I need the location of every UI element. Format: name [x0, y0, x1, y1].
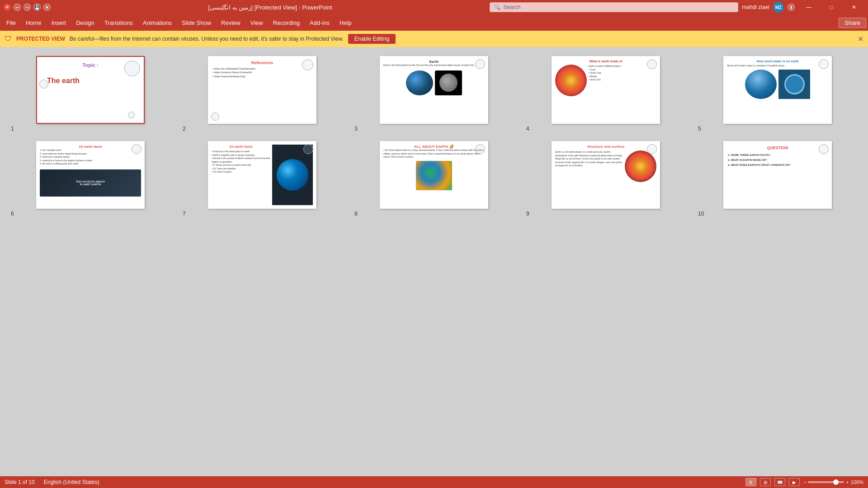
- slide-sorter-btn[interactable]: ⊞: [760, 478, 771, 486]
- slide-item-9[interactable]: Structure and surface Earth is a terrest…: [524, 141, 687, 217]
- slide-thumbnail-10[interactable]: QUESTION 1. NAME THREE EARTH FACTS? 2. W…: [723, 141, 832, 209]
- slide3-text: Earth is the third planet from the Sun a…: [383, 64, 485, 67]
- minimize-btn[interactable]: —: [798, 0, 819, 14]
- slide-info: Slide 1 of 10: [5, 479, 35, 485]
- zoom-out-btn[interactable]: −: [803, 479, 806, 485]
- slide10-q2: 2. WHAT IS EARTH MADE OF?: [728, 159, 827, 161]
- slide-thumbnail-6[interactable]: 10 earth facts 1- isn't actually round 2…: [36, 141, 145, 209]
- slide-item-2[interactable]: References • https://en.Wikipedia.Org/wi…: [181, 56, 344, 132]
- titlebar: P ↩ ↪ 💾 ▼ [زمین به انگلیسی] [Protected V…: [0, 0, 868, 14]
- slide3-earth-image: [406, 70, 433, 95]
- titlebar-center: [زمین به انگلیسی] [Protected View] - Pow…: [51, 4, 490, 11]
- slide-item-6[interactable]: 10 earth facts 1- isn't actually round 2…: [9, 141, 172, 217]
- menubar: File Home Insert Design Transitions Anim…: [0, 14, 868, 31]
- redo-btn[interactable]: ↪: [24, 4, 31, 11]
- menu-recording[interactable]: Recording: [269, 16, 304, 29]
- status-right: ☰ ⊞ 📖 ▶ − + 100%: [745, 478, 863, 486]
- slide-thumbnail-3[interactable]: Earth Earth is the third planet from the…: [380, 56, 488, 124]
- search-bar[interactable]: 🔍 Search: [490, 2, 738, 12]
- slide-thumbnail-8[interactable]: ALL ABOUT EARTH 🌈 • Our home planet eart…: [380, 141, 488, 209]
- slide9-structure-image: [625, 150, 656, 182]
- slide3-space-image: [435, 70, 462, 95]
- slide-number-7: 7: [181, 211, 186, 217]
- slide-number-4: 4: [524, 126, 529, 132]
- titlebar-left: P ↩ ↪ 💾 ▼: [4, 4, 51, 11]
- slide9-title: Structure and surface: [555, 145, 656, 149]
- menu-design[interactable]: Design: [71, 16, 99, 29]
- slide-number-1: 1: [9, 126, 14, 132]
- close-btn[interactable]: ✕: [844, 0, 864, 14]
- menu-slideshow[interactable]: Slide Show: [177, 16, 216, 29]
- powerpoint-icon: P: [4, 4, 11, 11]
- share-button[interactable]: Share: [839, 18, 866, 28]
- slide-item-10[interactable]: QUESTION 1. NAME THREE EARTH FACTS? 2. W…: [696, 141, 859, 217]
- zoom-in-btn[interactable]: +: [846, 479, 849, 485]
- slide-thumbnail-7[interactable]: 10 earth facts • A Nicrosa is the driest…: [208, 141, 316, 209]
- slide-item-4[interactable]: What is earth made of Earth is made of d…: [524, 56, 687, 132]
- maximize-btn[interactable]: □: [821, 0, 842, 14]
- protected-label: PROTECTED VIEW: [16, 36, 65, 42]
- customize-btn[interactable]: ▼: [43, 4, 51, 11]
- zoom-level: 100%: [851, 479, 863, 485]
- normal-view-btn[interactable]: ☰: [745, 478, 756, 486]
- menu-insert[interactable]: Insert: [47, 16, 71, 29]
- window-controls: — □ ✕: [798, 0, 864, 14]
- avatar[interactable]: MZ: [773, 2, 784, 13]
- zoom-slider[interactable]: [808, 481, 844, 483]
- menu-home[interactable]: Home: [21, 16, 46, 29]
- slide-item-7[interactable]: 10 earth facts • A Nicrosa is the driest…: [181, 141, 344, 217]
- slide7-title: 10 earth facts: [212, 145, 270, 149]
- slide-item-8[interactable]: ALL ABOUT EARTH 🌈 • Our home planet eart…: [353, 141, 515, 217]
- titlebar-right: 🔍 Search mahdi ziaei MZ ⬆ — □ ✕: [490, 0, 864, 14]
- slide6-image: TOP 10 FACTS ABOUTPLANET EARTH: [40, 169, 141, 197]
- slide5-chart-image: [778, 70, 810, 99]
- enable-editing-button[interactable]: Enable Editing: [348, 34, 396, 44]
- slide-number-10: 10: [696, 211, 704, 217]
- zoom-controls: − + 100%: [803, 479, 863, 485]
- slide4-title: What is earth made of: [555, 60, 656, 63]
- slide6-text: 1- isn't actually round 2- coral reefs a…: [40, 149, 141, 166]
- slide-number-2: 2: [181, 126, 186, 132]
- statusbar: Slide 1 of 10 English (United States) ☰ …: [0, 476, 868, 488]
- protected-message: Be careful—files from the Internet can c…: [70, 36, 344, 42]
- undo-btn[interactable]: ↩: [14, 4, 21, 11]
- menu-animations[interactable]: Animations: [138, 16, 176, 29]
- ribbon-collapse-btn[interactable]: ⬆: [788, 4, 795, 11]
- slide-item-5[interactable]: How much water is on earth Almost all of…: [696, 56, 859, 132]
- slide5-earth-image: [745, 70, 777, 99]
- save-btn[interactable]: 💾: [33, 4, 41, 11]
- slides-grid: Topic : The earth 1 References • https:/…: [9, 56, 859, 217]
- slide-thumbnail-4[interactable]: What is earth made of Earth is made of d…: [552, 56, 660, 124]
- file-title: [زمین به انگلیسی] [Protected View] - Pow…: [208, 4, 332, 11]
- slide10-q3: 3. WHAT DOES EARTH'S CRUST CONSISTS OF?: [728, 164, 827, 166]
- slide-thumbnail-2[interactable]: References • https://en.Wikipedia.Org/wi…: [208, 56, 316, 124]
- menu-transitions[interactable]: Transitions: [100, 16, 137, 29]
- slide5-title: How much water is on earth: [727, 60, 828, 63]
- slide6-title: 10 earth facts: [40, 145, 141, 149]
- menu-addins[interactable]: Add-ins: [305, 16, 334, 29]
- reading-view-btn[interactable]: 📖: [774, 478, 785, 486]
- slide-number-8: 8: [353, 211, 358, 217]
- close-protectedbar-button[interactable]: ✕: [858, 35, 863, 43]
- slide8-text: • Our home planet earth is a rocky, terr…: [383, 149, 485, 159]
- menu-file[interactable]: File: [2, 16, 20, 29]
- slide-number-9: 9: [524, 211, 529, 217]
- protected-view-bar: 🛡 PROTECTED VIEW Be careful—files from t…: [0, 31, 868, 47]
- slide-thumbnail-5[interactable]: How much water is on earth Almost all of…: [723, 56, 832, 124]
- slide4-text: Earth is made of different layers... • C…: [589, 65, 656, 96]
- search-placeholder: Search: [503, 4, 520, 10]
- slide-thumbnail-1[interactable]: Topic : The earth: [36, 56, 145, 124]
- slide-item-1[interactable]: Topic : The earth 1: [9, 56, 172, 132]
- slide-thumbnail-9[interactable]: Structure and surface Earth is a terrest…: [552, 141, 660, 209]
- menu-help[interactable]: Help: [335, 16, 356, 29]
- menu-review[interactable]: Review: [217, 16, 245, 29]
- slideshow-btn[interactable]: ▶: [789, 478, 800, 486]
- menu-view[interactable]: View: [246, 16, 268, 29]
- slide-item-3[interactable]: Earth Earth is the third planet from the…: [353, 56, 515, 132]
- slide8-image: [416, 161, 452, 190]
- slide2-text: • https://en.Wikipedia.Org/wiki/earth • …: [212, 67, 312, 78]
- slide3-title: Earth: [383, 60, 485, 64]
- main-content: Topic : The earth 1 References • https:/…: [0, 47, 868, 476]
- slide1-title: The earth: [42, 77, 138, 85]
- slide-number-3: 3: [353, 126, 358, 132]
